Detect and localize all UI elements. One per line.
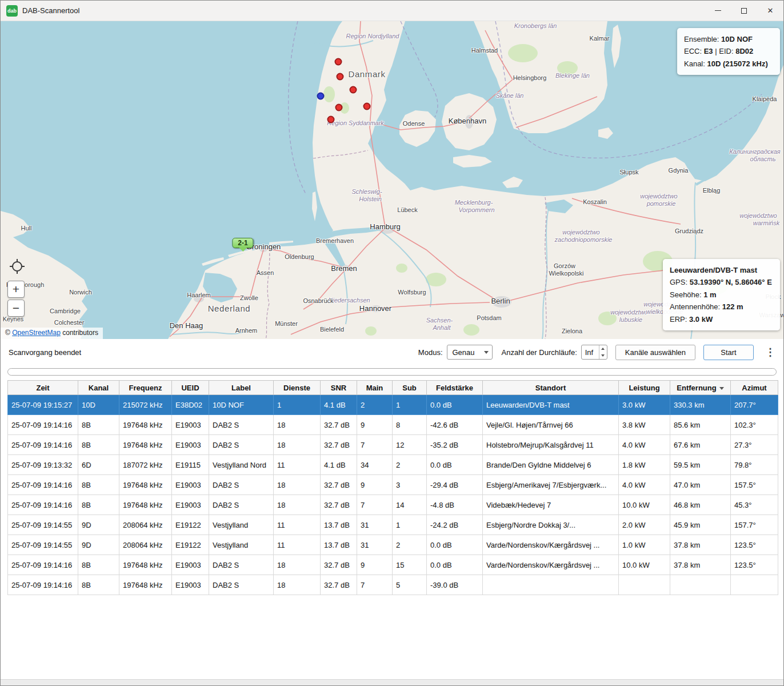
- title-bar: dab DAB-Scannertool ✕: [1, 1, 783, 21]
- table-cell: 11: [274, 515, 321, 535]
- app-window: dab DAB-Scannertool ✕: [0, 0, 784, 686]
- station-info-row: GPS: 53.19390° N, 5.86046° E: [670, 276, 773, 288]
- column-header-leistung[interactable]: Leistung: [619, 381, 670, 395]
- table-cell: E19003: [172, 475, 209, 495]
- minimize-button[interactable]: [705, 1, 731, 21]
- map-view[interactable]: Region NordjyllandDanmarkHalmstadKronobe…: [1, 21, 784, 339]
- table-cell: 25-07-09 19:14:16: [8, 575, 78, 595]
- spin-up-icon[interactable]: [599, 345, 607, 352]
- table-row[interactable]: 25-07-09 19:14:168B197648 kHzE19003DAB2 …: [8, 435, 778, 455]
- table-row[interactable]: 25-07-09 19:15:2710D215072 kHzE38D0210D …: [8, 395, 778, 415]
- column-header-snr[interactable]: SNR: [321, 381, 357, 395]
- table-cell: 7: [357, 575, 393, 595]
- overflow-menu-button[interactable]: ⋮: [765, 346, 775, 358]
- table-cell: 102.3°: [731, 415, 778, 435]
- column-header-standort[interactable]: Standort: [483, 381, 619, 395]
- table-cell: 25-07-09 19:14:16: [8, 415, 78, 435]
- zoom-in-button[interactable]: +: [7, 281, 25, 298]
- map-island-oland: [611, 25, 621, 68]
- transmitter-marker-red[interactable]: [337, 73, 344, 81]
- table-cell: -24.2 dB: [427, 515, 483, 535]
- map-maritime-boundary: [289, 21, 306, 194]
- table-cell: Vestjylland: [209, 515, 274, 535]
- table-cell: 25-07-09 19:14:16: [8, 475, 78, 495]
- close-button[interactable]: ✕: [757, 1, 783, 21]
- table-cell: 8: [393, 415, 427, 435]
- transmitter-marker-red[interactable]: [335, 58, 342, 66]
- table-row[interactable]: 25-07-09 19:14:559D208064 kHzE19122Vestj…: [8, 535, 778, 555]
- chevron-down-icon: [484, 351, 489, 354]
- table-cell: 67.6 km: [670, 435, 731, 455]
- column-header-sub[interactable]: Sub: [393, 381, 427, 395]
- zoom-out-button[interactable]: −: [7, 300, 25, 317]
- table-cell: 0.0 dB: [427, 535, 483, 555]
- table-row[interactable]: 25-07-09 19:13:326D187072 kHzE19115Vestj…: [8, 455, 778, 475]
- table-cell: 1: [393, 395, 427, 415]
- column-header-ueid[interactable]: UEID: [172, 381, 209, 395]
- table-cell: 8B: [78, 475, 119, 495]
- table-row[interactable]: 25-07-09 19:14:168B197648 kHzE19003DAB2 …: [8, 475, 778, 495]
- column-header-label[interactable]: Label: [209, 381, 274, 395]
- table-row[interactable]: 25-07-09 19:14:168B197648 kHzE19003DAB2 …: [8, 575, 778, 595]
- table-row[interactable]: 25-07-09 19:14:168B197648 kHzE19003DAB2 …: [8, 555, 778, 575]
- osm-link[interactable]: OpenStreetMap: [12, 329, 61, 337]
- column-header-azimut[interactable]: Azimut: [731, 381, 778, 395]
- transmitter-marker-red[interactable]: [335, 104, 343, 111]
- table-cell: Videbæk/Hedevej 7: [483, 495, 619, 515]
- table-cell: E19003: [172, 555, 209, 575]
- table-cell: 15: [393, 555, 427, 575]
- table-cell: Brande/Den Gyldne Middelvej 6: [483, 455, 619, 475]
- table-cell: 18: [274, 435, 321, 455]
- table-row[interactable]: 25-07-09 19:14:168B197648 kHzE19003DAB2 …: [8, 495, 778, 515]
- table-cell: 2: [393, 535, 427, 555]
- column-header-dienste[interactable]: Dienste: [274, 381, 321, 395]
- minimize-icon: [715, 10, 721, 11]
- column-header-kanal[interactable]: Kanal: [78, 381, 119, 395]
- table-cell: 8B: [78, 575, 119, 595]
- modus-value: Genau: [453, 348, 484, 357]
- station-title: Leeuwarden/DVB-T mast: [670, 264, 773, 276]
- table-cell: 197648 kHz: [119, 435, 172, 455]
- station-info-rows: GPS: 53.19390° N, 5.86046° ESeehöhe: 1 m…: [670, 276, 773, 325]
- column-header-entfernung[interactable]: Entfernung: [670, 381, 731, 395]
- table-cell: [731, 575, 778, 595]
- kanal-value: 10D (215072 kHz): [707, 59, 768, 68]
- ensemble-line: Ensemble: 10D NOF: [684, 33, 773, 45]
- table-cell: 9: [357, 475, 393, 495]
- table-cell: 7: [357, 495, 393, 515]
- table-cell: 0.0 dB: [427, 395, 483, 415]
- transmitter-marker-red[interactable]: [327, 116, 335, 123]
- start-button[interactable]: Start: [703, 345, 754, 360]
- table-cell: 187072 kHz: [119, 455, 172, 475]
- table-row[interactable]: 25-07-09 19:14:168B197648 kHzE19003DAB2 …: [8, 415, 778, 435]
- durchlaeufe-label: Anzahl der Durchläufe:: [502, 348, 577, 357]
- spin-down-icon[interactable]: [599, 352, 607, 359]
- copyright-symbol: ©: [5, 329, 10, 337]
- map-island-lolland: [453, 155, 492, 167]
- transmitter-marker-red[interactable]: [350, 86, 357, 94]
- map-pin[interactable]: 2-1: [232, 238, 253, 248]
- modus-label: Modus:: [418, 348, 443, 357]
- table-cell: 123.5°: [731, 535, 778, 555]
- contributors-text: contributors: [62, 329, 98, 337]
- column-header-frequenz[interactable]: Frequenz: [119, 381, 172, 395]
- table-cell: 4.0 kW: [619, 475, 670, 495]
- table-cell: 197648 kHz: [119, 415, 172, 435]
- select-channels-button[interactable]: Kanäle auswählen: [615, 345, 695, 360]
- table-row[interactable]: 25-07-09 19:14:559D208064 kHzE19122Vestj…: [8, 515, 778, 535]
- column-header-zeit[interactable]: Zeit: [8, 381, 78, 395]
- spinner-arrows: [599, 345, 607, 359]
- durchlaeufe-input[interactable]: Inf: [581, 345, 607, 360]
- modus-select[interactable]: Genau: [447, 345, 493, 360]
- table-cell: DAB2 S: [209, 415, 274, 435]
- table-cell: 3.8 kW: [619, 415, 670, 435]
- column-header-main[interactable]: Main: [357, 381, 393, 395]
- results-table: ZeitKanalFrequenzUEIDLabelDiensteSNRMain…: [7, 380, 778, 595]
- table-cell: 1.8 kW: [619, 455, 670, 475]
- column-header-feldst-rke[interactable]: Feldstärke: [427, 381, 483, 395]
- locate-button[interactable]: [10, 259, 25, 274]
- maximize-button[interactable]: [731, 1, 757, 21]
- table-cell: E19003: [172, 435, 209, 455]
- transmitter-marker-red[interactable]: [363, 103, 371, 110]
- transmitter-marker-blue[interactable]: [317, 93, 325, 100]
